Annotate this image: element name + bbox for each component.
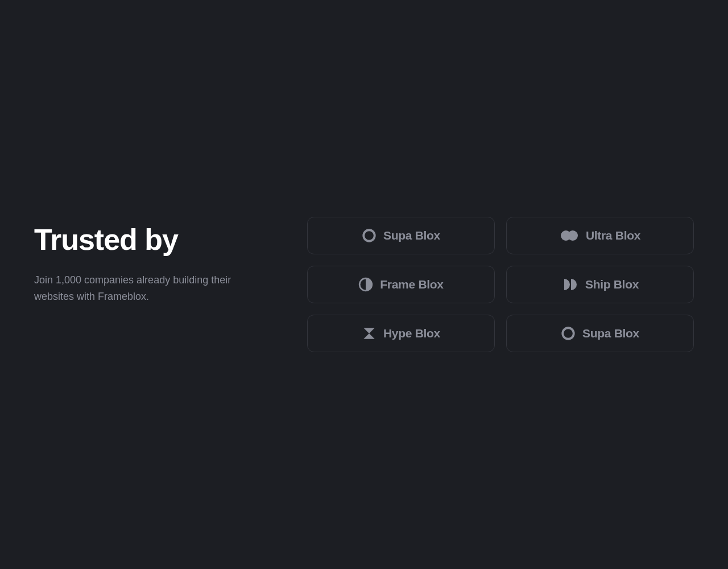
logo-card-supa-blox-2: Supa Blox [506, 315, 694, 352]
logo-label: Hype Blox [383, 327, 440, 340]
circle-outline-icon [561, 326, 576, 341]
logo-card-supa-blox: Supa Blox [307, 217, 495, 254]
logo-label: Supa Blox [582, 327, 639, 340]
svg-point-2 [568, 230, 578, 241]
svg-point-4 [562, 328, 574, 339]
logo-label: Ultra Blox [586, 229, 640, 242]
logo-grid: Supa Blox Ultra Blox Frame Blox Ship Blo… [307, 217, 694, 352]
half-circle-icon [358, 277, 373, 292]
logo-card-ultra-blox: Ultra Blox [506, 217, 694, 254]
svg-point-0 [363, 230, 375, 241]
logo-card-frame-blox: Frame Blox [307, 266, 495, 303]
two-half-circles-icon [561, 277, 578, 292]
logo-card-ship-blox: Ship Blox [506, 266, 694, 303]
logo-label: Supa Blox [383, 229, 440, 242]
two-circles-overlap-icon [560, 228, 579, 243]
logo-label: Frame Blox [380, 278, 443, 291]
section-subheading: Join 1,000 companies already building th… [34, 272, 262, 305]
circle-outline-icon [362, 228, 377, 243]
hourglass-icon [362, 326, 377, 341]
logo-card-hype-blox: Hype Blox [307, 315, 495, 352]
section-heading: Trusted by [34, 224, 273, 256]
logo-label: Ship Blox [585, 278, 639, 291]
